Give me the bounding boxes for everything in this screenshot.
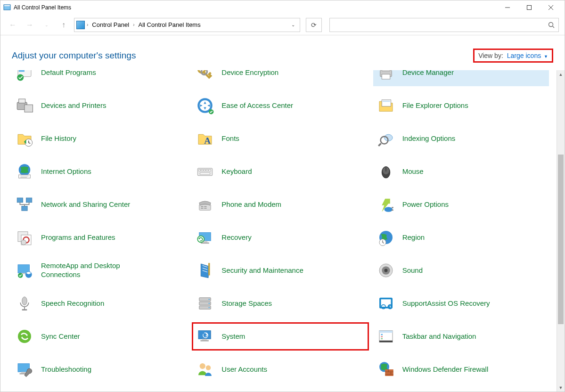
- search-icon[interactable]: [548, 22, 555, 28]
- control-panel-item[interactable]: Device Encryption: [192, 70, 368, 86]
- svg-point-58: [21, 240, 26, 245]
- chevron-down-icon[interactable]: ▼: [544, 54, 548, 59]
- title-bar[interactable]: All Control Panel Items: [0, 0, 565, 15]
- sync-icon: [14, 326, 35, 347]
- keyboard-icon: [194, 161, 216, 182]
- control-panel-item[interactable]: Default Programs: [12, 70, 188, 86]
- minimize-button[interactable]: [497, 0, 518, 15]
- item-label: Recovery: [221, 233, 251, 242]
- control-panel-item[interactable]: File Explorer Options: [373, 92, 549, 119]
- control-panel-item[interactable]: Sync Center: [12, 323, 188, 350]
- control-panel-item[interactable]: Windows Mobility Center: [12, 389, 188, 392]
- control-panel-item[interactable]: Work Folders: [192, 389, 368, 392]
- phone-icon: [194, 194, 216, 215]
- control-panel-item[interactable]: File History: [12, 125, 188, 152]
- control-panel-item[interactable]: Keyboard: [192, 158, 368, 185]
- remote-icon: [14, 260, 35, 281]
- view-by-dropdown[interactable]: View by: Large icons ▼: [473, 49, 553, 63]
- item-label: Taskbar and Navigation: [402, 332, 476, 341]
- address-dropdown[interactable]: ⌄: [288, 22, 298, 27]
- programs-icon: [14, 227, 35, 248]
- search-box[interactable]: [329, 18, 559, 32]
- svg-line-29: [378, 144, 381, 146]
- svg-rect-38: [206, 170, 208, 172]
- control-panel-item[interactable]: Network and Sharing Center: [12, 191, 188, 218]
- control-panel-item[interactable]: System: [192, 323, 368, 350]
- maximize-button[interactable]: [518, 0, 540, 15]
- control-panel-item[interactable]: Sound: [373, 257, 549, 284]
- control-panel-item[interactable]: Mouse: [373, 158, 549, 185]
- scroll-track[interactable]: [557, 78, 565, 384]
- search-input[interactable]: [334, 21, 549, 28]
- svg-line-7: [553, 26, 555, 28]
- forward-button[interactable]: →: [23, 18, 36, 32]
- svg-point-99: [200, 363, 205, 369]
- svg-rect-53: [392, 207, 393, 208]
- scroll-thumb[interactable]: [558, 155, 564, 324]
- svg-rect-102: [385, 369, 393, 376]
- view-by-value[interactable]: Large icons: [507, 52, 541, 59]
- control-panel-item[interactable]: Power Options: [373, 191, 549, 218]
- page-title: Adjust your computer's settings: [12, 50, 136, 61]
- breadcrumb-item[interactable]: Control Panel: [90, 20, 131, 29]
- region-icon: [375, 227, 397, 248]
- chevron-right-icon[interactable]: ›: [133, 22, 134, 27]
- control-panel-item[interactable]: Programs and Features: [12, 224, 188, 251]
- item-label: Phone and Modem: [221, 200, 281, 209]
- item-label: Power Options: [402, 200, 449, 209]
- scroll-down-button[interactable]: ▼: [557, 384, 565, 392]
- address-root-icon[interactable]: [76, 21, 85, 29]
- nav-bar: ← → ⌄ ↑ › Control Panel › All Control Pa…: [0, 15, 565, 35]
- control-panel-item[interactable]: RemoteApp and Desktop Connections: [12, 257, 188, 284]
- recent-dropdown[interactable]: ⌄: [40, 18, 53, 32]
- item-label: Sound: [402, 266, 423, 275]
- svg-point-6: [549, 22, 553, 26]
- close-button[interactable]: [540, 0, 562, 15]
- refresh-button[interactable]: ⟳: [306, 18, 322, 32]
- scroll-up-button[interactable]: ▲: [557, 70, 565, 78]
- item-label: Windows Defender Firewall: [402, 365, 489, 374]
- chevron-right-icon[interactable]: ›: [87, 22, 88, 27]
- svg-rect-88: [202, 339, 207, 340]
- address-bar[interactable]: › Control Panel › All Control Panel Item…: [74, 18, 300, 32]
- storage-icon: [194, 293, 216, 314]
- svg-point-73: [22, 297, 27, 305]
- svg-rect-45: [26, 198, 32, 203]
- printer2-icon: [14, 95, 35, 116]
- control-panel-item[interactable]: Storage Spaces: [192, 290, 368, 317]
- breadcrumb-item[interactable]: All Control Panel Items: [136, 20, 202, 29]
- control-panel-item[interactable]: Phone and Modem: [192, 191, 368, 218]
- control-panel-item[interactable]: Speech Recognition: [12, 290, 188, 317]
- svg-rect-3: [527, 6, 532, 10]
- control-panel-item[interactable]: Internet Options: [12, 158, 188, 185]
- control-panel-item[interactable]: User Accounts: [192, 356, 368, 383]
- control-panel-item[interactable]: AFonts: [192, 125, 368, 152]
- vertical-scrollbar[interactable]: ▲ ▼: [557, 70, 565, 392]
- back-button[interactable]: ←: [6, 18, 19, 32]
- control-panel-item[interactable]: Security and Maintenance: [192, 257, 368, 284]
- defaults-icon: [14, 70, 35, 83]
- control-panel-item[interactable]: Region: [373, 224, 549, 251]
- svg-rect-31: [19, 175, 31, 178]
- control-panel-item[interactable]: Recovery: [192, 224, 368, 251]
- svg-rect-50: [205, 206, 207, 207]
- svg-rect-40: [200, 173, 210, 175]
- svg-rect-35: [199, 170, 201, 172]
- control-panel-item[interactable]: Taskbar and Navigation: [373, 323, 549, 350]
- control-panel-item[interactable]: Device Manager: [373, 70, 549, 86]
- item-label: User Accounts: [221, 365, 267, 374]
- item-label: Programs and Features: [41, 233, 115, 242]
- control-panel-item[interactable]: SupportAssist OS Recovery: [373, 290, 549, 317]
- control-panel-item[interactable]: Indexing Options: [373, 125, 549, 152]
- control-panel-item[interactable]: Windows Defender Firewall: [373, 356, 549, 383]
- users-icon: [194, 359, 216, 380]
- power-icon: [375, 194, 397, 215]
- control-panel-item[interactable]: Ease of Access Center: [192, 92, 368, 119]
- keys-icon: [194, 70, 216, 83]
- item-label: Keyboard: [221, 167, 252, 176]
- item-label: Indexing Options: [402, 134, 456, 143]
- up-button[interactable]: ↑: [57, 18, 70, 32]
- control-panel-item[interactable]: Troubleshooting: [12, 356, 188, 383]
- item-label: SupportAssist OS Recovery: [402, 299, 490, 308]
- control-panel-item[interactable]: Devices and Printers: [12, 92, 188, 119]
